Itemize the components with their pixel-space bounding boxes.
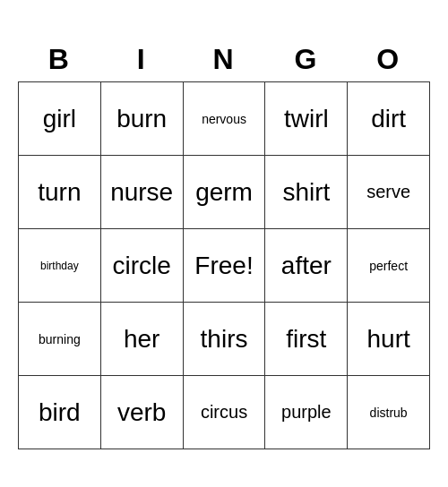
table-cell: circus — [183, 376, 265, 449]
table-cell: her — [100, 303, 183, 376]
table-cell: hurt — [348, 303, 430, 376]
table-cell: burning — [19, 303, 101, 376]
table-cell: shirt — [265, 156, 348, 229]
table-cell: serve — [348, 156, 430, 229]
header-g: G — [265, 38, 348, 82]
table-row: birdverbcircuspurpledistrub — [19, 376, 430, 449]
table-cell: dirt — [348, 82, 430, 156]
table-cell: twirl — [265, 82, 348, 156]
table-cell: nurse — [100, 156, 183, 229]
table-cell: bird — [19, 376, 101, 449]
table-row: birthdaycircleFree!afterperfect — [19, 229, 430, 303]
table-cell: germ — [183, 156, 265, 229]
table-cell: birthday — [19, 229, 101, 303]
header-row: B I N G O — [19, 38, 430, 82]
table-cell: burn — [100, 82, 183, 156]
header-b: B — [19, 38, 101, 82]
table-cell: distrub — [348, 376, 430, 449]
table-cell: first — [265, 303, 348, 376]
table-cell: purple — [265, 376, 348, 449]
table-cell: circle — [100, 229, 183, 303]
table-cell: perfect — [348, 229, 430, 303]
table-cell: turn — [19, 156, 101, 229]
table-row: girlburnnervoustwirldirt — [19, 82, 430, 156]
header-i: I — [100, 38, 183, 82]
table-cell: thirs — [183, 303, 265, 376]
table-cell: after — [265, 229, 348, 303]
bingo-body: girlburnnervoustwirldirtturnnursegermshi… — [19, 82, 430, 449]
table-row: burningherthirsfirsthurt — [19, 303, 430, 376]
header-o: O — [348, 38, 430, 82]
table-cell: Free! — [183, 229, 265, 303]
bingo-card: B I N G O girlburnnervoustwirldirtturnnu… — [18, 38, 430, 450]
table-cell: girl — [19, 82, 101, 156]
table-row: turnnursegermshirtserve — [19, 156, 430, 229]
table-cell: nervous — [183, 82, 265, 156]
table-cell: verb — [100, 376, 183, 449]
header-n: N — [183, 38, 265, 82]
